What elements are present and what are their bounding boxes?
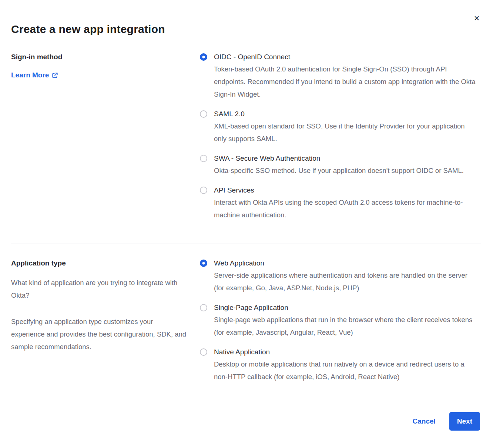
option-oidc-label[interactable]: OIDC - OpenID Connect <box>214 53 476 61</box>
sign-in-method-heading: Sign-in method <box>11 53 200 61</box>
option-api-services-description: Interact with Okta APIs using the scoped… <box>214 196 476 221</box>
radio-swa[interactable] <box>200 155 207 162</box>
application-type-helper-2: Specifying an application type customize… <box>11 315 188 353</box>
application-type-left-column: Application type What kind of applicatio… <box>11 259 200 392</box>
learn-more-link[interactable]: Learn More <box>11 71 58 79</box>
option-oidc: OIDC - OpenID Connect Token-based OAuth … <box>200 53 476 101</box>
option-single-page-application-label[interactable]: Single-Page Application <box>214 303 476 312</box>
radio-web-application[interactable] <box>200 260 207 267</box>
cancel-button[interactable]: Cancel <box>413 417 436 425</box>
option-native-application: Native Application Desktop or mobile app… <box>200 348 476 383</box>
option-single-page-application: Single-Page Application Single-page web … <box>200 303 476 339</box>
radio-oidc[interactable] <box>200 53 207 61</box>
option-single-page-application-description: Single-page web applications that run in… <box>214 314 476 339</box>
option-swa-description: Okta-specific SSO method. Use if your ap… <box>214 164 476 177</box>
radio-native-application[interactable] <box>200 348 207 356</box>
option-swa-label[interactable]: SWA - Secure Web Authentication <box>214 154 476 163</box>
option-saml-description: XML-based open standard for SSO. Use if … <box>214 120 476 145</box>
option-web-application-label[interactable]: Web Application <box>214 259 476 268</box>
sign-in-method-section: Sign-in method Learn More OIDC - OpenID … <box>11 53 481 230</box>
section-divider <box>11 244 481 244</box>
create-app-integration-dialog: ✕ Create a new app integration Sign-in m… <box>0 0 493 448</box>
application-type-heading: Application type <box>11 259 200 268</box>
option-web-application: Web Application Server-side applications… <box>200 259 476 294</box>
option-saml: SAML 2.0 XML-based open standard for SSO… <box>200 110 476 145</box>
radio-single-page-application[interactable] <box>200 304 207 311</box>
option-native-application-description: Desktop or mobile applications that run … <box>214 358 476 383</box>
option-api-services-label[interactable]: API Services <box>214 186 476 195</box>
application-type-options: Web Application Server-side applications… <box>200 259 481 392</box>
sign-in-method-left-column: Sign-in method Learn More <box>11 53 200 230</box>
external-link-icon <box>52 72 58 78</box>
radio-api-services[interactable] <box>200 187 207 194</box>
option-native-application-label[interactable]: Native Application <box>214 348 476 357</box>
dialog-title: Create a new app integration <box>11 0 481 36</box>
next-button[interactable]: Next <box>449 412 480 431</box>
radio-saml[interactable] <box>200 110 207 118</box>
application-type-section: Application type What kind of applicatio… <box>11 259 481 392</box>
sign-in-method-options: OIDC - OpenID Connect Token-based OAuth … <box>200 53 481 230</box>
option-saml-label[interactable]: SAML 2.0 <box>214 110 476 118</box>
option-oidc-description: Token-based OAuth 2.0 authentication for… <box>214 63 476 101</box>
option-swa: SWA - Secure Web Authentication Okta-spe… <box>200 154 476 177</box>
close-icon[interactable]: ✕ <box>474 15 480 22</box>
option-web-application-description: Server-side applications where authentic… <box>214 269 476 294</box>
application-type-helper-1: What kind of application are you trying … <box>11 277 188 302</box>
dialog-footer: Cancel Next <box>11 412 481 431</box>
option-api-services: API Services Interact with Okta APIs usi… <box>200 186 476 221</box>
learn-more-label: Learn More <box>11 71 49 79</box>
